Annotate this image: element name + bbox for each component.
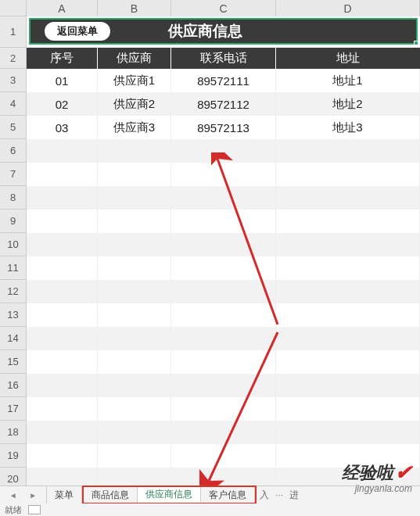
row-header-4[interactable]: 4 (0, 92, 27, 116)
row-empty: 9 (0, 210, 420, 233)
row-header-11[interactable]: 11 (0, 256, 27, 280)
column-headers: A B C D (0, 0, 420, 16)
row-empty: 14 (0, 327, 420, 350)
status-icon (28, 505, 41, 514)
row-empty: 13 (0, 303, 420, 327)
row-header-12[interactable]: 12 (0, 280, 27, 303)
table-row: 3 01 供应商1 89572111 地址1 (0, 69, 420, 92)
row-empty: 19 (0, 444, 420, 468)
cell-address[interactable]: 地址1 (276, 69, 420, 92)
select-all-corner[interactable] (0, 0, 27, 16)
col-header-a[interactable]: A (27, 0, 98, 16)
tab-customer[interactable]: 客户信息 (201, 487, 255, 503)
row-empty: 6 (0, 139, 420, 163)
tab-nav-buttons[interactable]: ◄ ► (0, 486, 47, 503)
row-header-3[interactable]: 3 (0, 69, 27, 92)
row-empty: 10 (0, 233, 420, 256)
selection-handle[interactable] (414, 41, 418, 45)
row-empty: 16 (0, 374, 420, 397)
row-empty: 11 (0, 256, 420, 280)
tab-more-left[interactable]: 入 (257, 486, 272, 503)
row-header-9[interactable]: 9 (0, 210, 27, 233)
th-seq[interactable]: 序号 (27, 48, 98, 69)
cell-seq[interactable]: 03 (27, 116, 98, 139)
row-header-6[interactable]: 6 (0, 139, 27, 163)
row-empty: 18 (0, 421, 420, 444)
row-empty: 17 (0, 397, 420, 421)
th-phone[interactable]: 联系电话 (171, 48, 276, 69)
row-header-18[interactable]: 18 (0, 421, 27, 444)
row-header-1[interactable]: 1 (0, 16, 27, 48)
sheet-tab-bar: ◄ ► 菜单 商品信息 供应商信息 客户信息 入 ··· 进 (0, 486, 420, 503)
grid-body[interactable]: 1 返回菜单 供应商信息 2 序号 供应商 联系电话 地址 3 01 供应商1 … (0, 16, 420, 491)
tab-menu[interactable]: 菜单 (47, 486, 82, 503)
row-2: 2 序号 供应商 联系电话 地址 (0, 48, 420, 69)
cell-seq[interactable]: 02 (27, 92, 98, 116)
row-header-8[interactable]: 8 (0, 186, 27, 210)
row-header-5[interactable]: 5 (0, 116, 27, 139)
title-block: 返回菜单 供应商信息 (29, 18, 418, 45)
cell-phone[interactable]: 89572112 (171, 92, 276, 116)
col-header-b[interactable]: B (98, 0, 171, 16)
row-header-19[interactable]: 19 (0, 444, 27, 468)
row-header-15[interactable]: 15 (0, 350, 27, 374)
cell-supplier[interactable]: 供应商2 (98, 92, 171, 116)
cell-phone[interactable]: 89572111 (171, 69, 276, 92)
status-label: 就绪 (5, 504, 22, 516)
row-header-7[interactable]: 7 (0, 163, 27, 186)
row-header-14[interactable]: 14 (0, 327, 27, 350)
row-empty: 8 (0, 186, 420, 210)
cell-supplier[interactable]: 供应商1 (98, 69, 171, 92)
row-header-2[interactable]: 2 (0, 48, 27, 69)
col-header-d[interactable]: D (276, 0, 420, 16)
row-empty: 12 (0, 280, 420, 303)
tab-nav-prev-icon[interactable]: ◄ (9, 491, 17, 500)
table-row: 5 03 供应商3 89572113 地址3 (0, 116, 420, 139)
row-header-13[interactable]: 13 (0, 303, 27, 327)
cell-address[interactable]: 地址2 (276, 92, 420, 116)
spreadsheet: A B C D 1 返回菜单 供应商信息 2 序号 供应商 联系电话 地址 (0, 0, 420, 486)
status-bar: 就绪 (0, 503, 420, 516)
tab-more-right[interactable]: 进 (286, 486, 302, 503)
row-header-16[interactable]: 16 (0, 374, 27, 397)
table-row: 4 02 供应商2 89572112 地址2 (0, 92, 420, 116)
cell-address[interactable]: 地址3 (276, 116, 420, 139)
tab-group-highlighted: 商品信息 供应商信息 客户信息 (82, 486, 257, 504)
row-1: 1 返回菜单 供应商信息 (0, 16, 420, 48)
tab-overflow-icon[interactable]: ··· (272, 486, 286, 503)
cell-phone[interactable]: 89572113 (171, 116, 276, 139)
back-button[interactable]: 返回菜单 (45, 22, 110, 41)
row-header-17[interactable]: 17 (0, 397, 27, 421)
cell-supplier[interactable]: 供应商3 (98, 116, 171, 139)
tab-supplier[interactable]: 供应商信息 (138, 487, 201, 503)
tab-product[interactable]: 商品信息 (84, 487, 138, 503)
tab-nav-next-icon[interactable]: ► (29, 491, 37, 500)
th-supplier[interactable]: 供应商 (98, 48, 171, 69)
col-header-c[interactable]: C (171, 0, 276, 16)
row-empty: 15 (0, 350, 420, 374)
row-empty: 7 (0, 163, 420, 186)
page-title: 供应商信息 (168, 21, 242, 41)
row-header-10[interactable]: 10 (0, 233, 27, 256)
th-address[interactable]: 地址 (276, 48, 420, 69)
cell-seq[interactable]: 01 (27, 69, 98, 92)
